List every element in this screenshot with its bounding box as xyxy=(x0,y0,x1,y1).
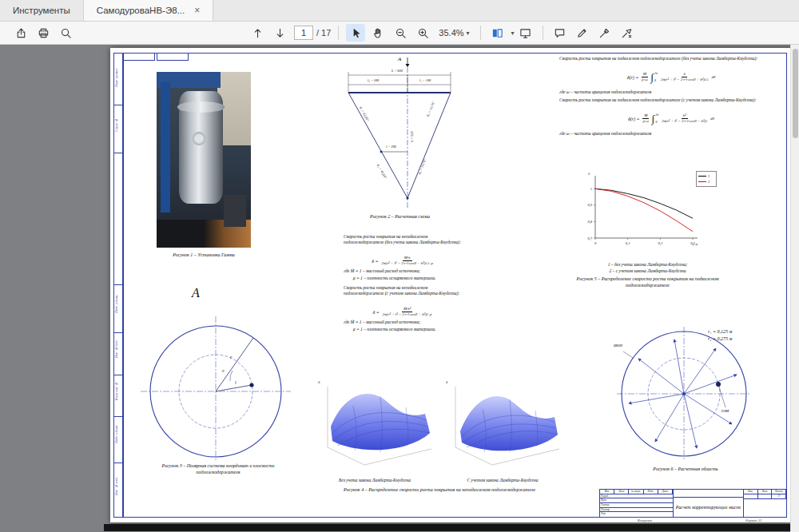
page-count-label: / 17 xyxy=(316,28,331,38)
surface-plot-right xyxy=(439,377,566,476)
integral: ∫ 2π0 xyxy=(652,113,658,124)
page-down-icon xyxy=(274,27,286,39)
radius-2-label: r₂ = 0,275 м xyxy=(708,336,732,341)
tab-document[interactable]: СамодуроваНВ-Э8... × xyxy=(83,0,213,21)
document-title: Расчет корректирующих масок xyxy=(674,498,743,517)
dim-l1: l₁ = 100 xyxy=(419,78,431,82)
fig4-surface-right: δ xyxy=(439,377,566,476)
zoom-level-dropdown[interactable]: 35.4% ▾ xyxy=(435,26,472,39)
reading-mode-icon xyxy=(519,27,531,39)
surface-plot-left xyxy=(312,377,438,476)
fig4-caption: Рисунок 4 – Распределение скорости роста… xyxy=(296,487,583,494)
page-display-icon xyxy=(491,27,503,39)
fill-sign-button[interactable] xyxy=(595,24,614,42)
tb-row-label: Пров. xyxy=(600,498,606,502)
sheet-value xyxy=(758,494,773,498)
diameter-label: Ø600 xyxy=(614,343,622,347)
equipment-photo xyxy=(157,72,251,248)
chevron-down-icon[interactable]: ▾ xyxy=(511,30,515,37)
fig6-caption: Рисунок 6 – Расчетная область xyxy=(614,466,757,473)
formula-rotating-no-knudsen: δ(r) = Ṁ ρ·ω ∫ 2π0 h 2π(r² + l² − 2·r·l·… xyxy=(559,72,783,82)
fig6-diagram xyxy=(614,318,757,470)
eli-label: ЭЛИ xyxy=(721,409,729,413)
tb-row-label: Т.контр. xyxy=(600,503,610,507)
certificates-button[interactable] xyxy=(618,24,637,42)
hand-tool-button[interactable] xyxy=(368,24,388,42)
toolbar-divider xyxy=(338,26,339,40)
dim-h: h = 526 xyxy=(410,131,414,142)
fig3-polar-system: А r l θ Рисунок 3 – Полярная система коо… xyxy=(133,281,304,478)
tb-row-label: Разраб. xyxy=(600,494,609,498)
page-up-icon xyxy=(252,27,264,39)
svg-text:0: 0 xyxy=(594,241,597,245)
photo-equipment-cart xyxy=(224,195,246,227)
tb-col: Изм. xyxy=(600,490,614,494)
title-block-right: Лит. Лист Листов 17 xyxy=(744,490,786,517)
fig3-diagram xyxy=(133,281,304,462)
chamber-flange-ring xyxy=(177,101,225,112)
z-axis-label: δ xyxy=(318,380,320,384)
z-axis-label: δ xyxy=(446,380,447,384)
search-button[interactable] xyxy=(56,24,75,42)
fig4-right-caption: С учетом закона Ламберта-Кнудсена xyxy=(439,478,566,483)
formula-lhs: δ = xyxy=(372,310,379,315)
document-code-cell xyxy=(674,490,743,498)
label-l: l xyxy=(235,380,237,385)
zoom-in-button[interactable] xyxy=(413,24,432,42)
stamp-label: Подп. и дата xyxy=(114,283,122,326)
differential: dθ xyxy=(710,117,714,121)
pencil-button[interactable] xyxy=(573,24,592,42)
fig6-area: Ø600 ЭЛИ Рисунок 6 – Расчетная область xyxy=(614,318,757,478)
where-line-3: где Ṁ = 1 – массовый расход источника; xyxy=(344,320,462,325)
tab-document-label: СамодуроваНВ-Э8... xyxy=(97,6,185,15)
sign-pen-icon xyxy=(598,27,610,39)
tab-tools[interactable]: Инструменты xyxy=(0,0,83,21)
chevron-down-icon: ▾ xyxy=(467,30,470,37)
svg-text:r, м: r, м xyxy=(693,242,698,247)
section-mark-a: А xyxy=(398,56,401,62)
legend-line-1 xyxy=(698,176,706,177)
share-button[interactable] xyxy=(11,24,30,42)
reading-mode-button[interactable] xyxy=(516,24,535,42)
formula-lhs: δ(r) = xyxy=(627,75,639,80)
share-icon xyxy=(15,27,27,39)
tb-row-label: Н.контр. xyxy=(600,508,610,512)
tb-col: Дата xyxy=(658,490,673,494)
print-button[interactable] xyxy=(34,24,53,42)
text-rotating-note-1: где ω – частота вращения подложкодержате… xyxy=(559,89,783,95)
format-label: Формат A3 xyxy=(745,518,761,522)
zoom-level-value: 35.4% xyxy=(439,28,463,38)
fig3-caption: Рисунок 3 – Полярная система координат в… xyxy=(150,463,286,475)
next-page-button[interactable] xyxy=(270,24,289,42)
fig4-surface-left: δ xyxy=(312,377,438,476)
sheets-label: Листов xyxy=(772,490,786,494)
lit-value xyxy=(744,494,758,498)
close-tab-icon[interactable]: × xyxy=(194,5,200,16)
pointer-icon xyxy=(350,27,362,39)
vertical-scrollbar-track[interactable] xyxy=(790,45,799,532)
stamp-label: Подп. и дата xyxy=(114,413,122,456)
select-tool-button[interactable] xyxy=(346,24,365,42)
svg-text:0,1: 0,1 xyxy=(626,241,630,246)
differential: dθ xyxy=(711,75,715,79)
fig5-chart: 00,10,20,30,70,80,91δr, м 1 2 xyxy=(576,169,718,259)
tb-row-label: Утв. xyxy=(600,512,606,517)
fig5-caption: Рисунок 5 – Распределение скорости роста… xyxy=(566,276,729,288)
fraction: Ṁ ρ·ω xyxy=(642,113,650,124)
comment-button[interactable] xyxy=(551,24,570,42)
formula-rotating-knudsen: δ(r) = Ṁ ρ·ω ∫ 2π0 h² 2π(r² + l² − 2·r·l… xyxy=(559,113,783,124)
document-viewer: Перв. примен. Справ. № Подп. и дата Инв.… xyxy=(0,45,799,532)
zoom-out-button[interactable] xyxy=(391,24,410,42)
zoom-in-icon xyxy=(417,27,429,39)
tb-col: № докум. xyxy=(629,490,643,494)
fraction: Ṁ·h² 2π(r² + l² − 2·r·l·cosθ + h²)2· ρ xyxy=(382,307,433,317)
vertical-scrollbar-thumb[interactable] xyxy=(793,49,798,138)
integral: ∫ 2π0 xyxy=(651,72,658,82)
page-display-button[interactable] xyxy=(488,24,507,42)
pencil-icon xyxy=(576,27,588,39)
page-number-input[interactable] xyxy=(294,26,313,40)
fig2-caption: Рисунок 2 – Расчетная схема xyxy=(342,214,458,220)
previous-page-button[interactable] xyxy=(248,24,267,42)
print-icon xyxy=(38,27,50,39)
svg-text:0,8: 0,8 xyxy=(587,220,592,224)
